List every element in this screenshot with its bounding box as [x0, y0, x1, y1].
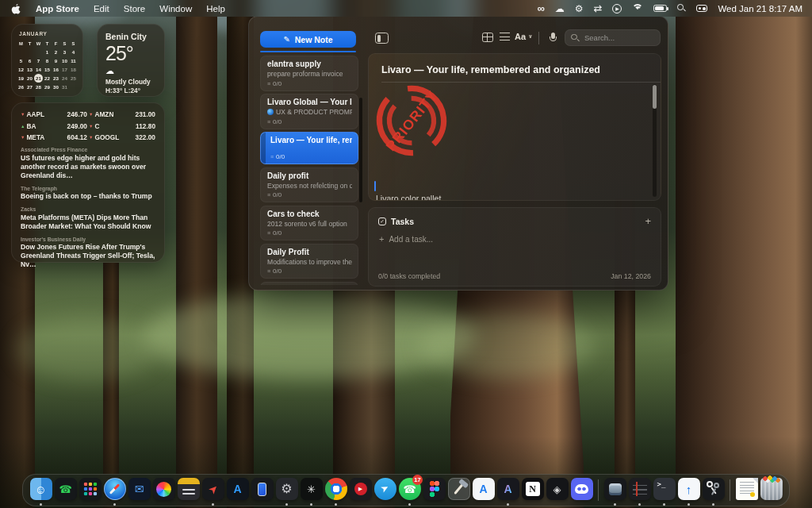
- dock-item-safari[interactable]: [102, 475, 127, 506]
- dock-item-arc[interactable]: A: [496, 475, 520, 506]
- new-note-button[interactable]: ✎ New Note: [260, 31, 356, 48]
- stock-ticker[interactable]: ▼AAPL246.70: [21, 110, 87, 118]
- calendar-date[interactable]: [25, 48, 34, 56]
- calendar-date[interactable]: 16: [52, 65, 60, 74]
- sync-icon[interactable]: ⇄: [594, 3, 603, 14]
- menu-item[interactable]: Store: [117, 4, 153, 13]
- news-item[interactable]: Associated Press FinanceUS futures edge …: [21, 147, 155, 180]
- microphone-icon[interactable]: [549, 33, 557, 44]
- calendar-date[interactable]: 14: [34, 65, 43, 74]
- dock-item-hammer[interactable]: [446, 475, 471, 506]
- stock-ticker[interactable]: ▼AMZN231.00: [89, 110, 155, 118]
- calendar-date[interactable]: 1: [43, 48, 52, 56]
- stock-ticker[interactable]: ▲BA249.00: [21, 122, 87, 130]
- calendar-date[interactable]: 7: [34, 56, 43, 65]
- note-list-item[interactable]: elantra supplyprepare proforma invoice≡0…: [260, 56, 358, 91]
- stocks-news-widget[interactable]: ▼AAPL246.70▼AMZN231.00▲BA249.00▼C112.80▼…: [11, 102, 165, 263]
- calendar-date[interactable]: 31: [60, 83, 69, 91]
- add-task-plus-button[interactable]: +: [645, 215, 651, 227]
- dock-item-launchpad[interactable]: [78, 475, 102, 506]
- note-list-item[interactable]: Livaro — Your life, rem…≡0/0: [260, 132, 358, 164]
- calendar-widget[interactable]: JANUARY MTWTFSS1234567891011121314151617…: [11, 24, 83, 97]
- news-item[interactable]: ZacksMeta Platforms (META) Dips More Tha…: [21, 206, 155, 231]
- gear-icon[interactable]: ⚙: [575, 3, 584, 14]
- note-list-item[interactable]: Cars to check2012 sorento v6 full option…: [260, 206, 358, 241]
- calendar-date[interactable]: 19: [17, 74, 25, 83]
- dock-item-mail[interactable]: ✉: [127, 475, 151, 506]
- calendar-date[interactable]: [34, 48, 43, 56]
- calendar-date[interactable]: 27: [25, 83, 34, 91]
- dock-item-document[interactable]: [734, 475, 759, 506]
- calendar-date[interactable]: 10: [60, 56, 69, 65]
- notes-list-scrollbar[interactable]: [359, 98, 362, 202]
- stock-ticker[interactable]: ▼GOOGL322.00: [89, 133, 155, 141]
- dock-item-notes[interactable]: [176, 475, 201, 506]
- calendar-date[interactable]: 15: [43, 65, 52, 74]
- dock-item-phone[interactable]: ☎: [53, 475, 78, 506]
- add-task-row[interactable]: + Add a task...: [379, 234, 651, 244]
- dock-item-photos[interactable]: [151, 475, 176, 506]
- wifi-icon[interactable]: [632, 4, 643, 13]
- calendar-date[interactable]: 20: [25, 74, 34, 83]
- calendar-date[interactable]: 25: [69, 74, 78, 83]
- dock-item-telegram[interactable]: ➤: [373, 475, 397, 506]
- control-center-icon[interactable]: [696, 5, 707, 12]
- dock-item-rocket[interactable]: ➤: [201, 475, 225, 506]
- battery-icon[interactable]: [653, 5, 667, 12]
- news-item[interactable]: The TelegraphBoeing is back on top – tha…: [21, 186, 155, 202]
- calendar-date[interactable]: 23: [52, 74, 60, 83]
- dock-item-device[interactable]: [250, 475, 274, 506]
- note-list-item[interactable]: Daily ProfitModifications to improve the…: [260, 244, 358, 279]
- dock-item-discord[interactable]: [569, 475, 594, 506]
- search-field[interactable]: [565, 29, 661, 46]
- note-editor[interactable]: Livaro — Your life, remembered and organ…: [368, 53, 661, 201]
- dock-item-uploader[interactable]: ↑: [676, 475, 701, 506]
- dock-item-app-store-dark[interactable]: A: [225, 475, 250, 506]
- dock-item-chatgpt[interactable]: ✳: [299, 475, 324, 506]
- menu-item[interactable]: Help: [199, 4, 232, 13]
- calendar-date[interactable]: 29: [43, 83, 52, 91]
- dock-item-lined-doc[interactable]: [627, 475, 652, 506]
- note-list-item[interactable]: Modification to websiteCMS for easy cont…: [260, 282, 358, 286]
- dock-item-keys[interactable]: [701, 475, 726, 506]
- calendar-date[interactable]: 13: [25, 65, 34, 74]
- calendar-date[interactable]: [69, 83, 78, 91]
- calendar-date[interactable]: 6: [25, 56, 34, 65]
- calendar-today[interactable]: 21: [34, 74, 43, 83]
- priority-stamp-image[interactable]: PRIORITY: [368, 75, 457, 166]
- dock-item-trash[interactable]: [759, 475, 783, 506]
- calendar-date[interactable]: 2: [52, 48, 60, 56]
- calendar-date[interactable]: 12: [17, 65, 25, 74]
- search-input[interactable]: [583, 33, 654, 43]
- calendar-date[interactable]: 4: [69, 48, 78, 56]
- calendar-date[interactable]: [17, 48, 25, 56]
- dock-item-figma[interactable]: [422, 475, 446, 506]
- play-circle-icon[interactable]: ▶: [612, 4, 622, 13]
- bullet-list-icon[interactable]: [500, 33, 510, 41]
- dock-item-notion[interactable]: N: [520, 475, 545, 506]
- calendar-date[interactable]: 17: [60, 65, 69, 74]
- menu-item[interactable]: App Store: [29, 4, 86, 13]
- editor-scrollbar-thumb[interactable]: [653, 85, 657, 109]
- menu-clock[interactable]: Wed Jan 21 8:17 AM: [718, 4, 802, 13]
- menu-item[interactable]: Window: [152, 4, 199, 13]
- dock-item-canister[interactable]: [603, 475, 627, 506]
- calendar-date[interactable]: 11: [69, 56, 78, 65]
- table-insert-icon[interactable]: [482, 33, 493, 42]
- cloud-icon[interactable]: ☁: [555, 3, 565, 14]
- calendar-date[interactable]: 5: [17, 56, 25, 65]
- calendar-date[interactable]: 26: [17, 83, 25, 91]
- dock-item-chrome[interactable]: [324, 475, 348, 506]
- dock-item-settings[interactable]: ⚙: [274, 475, 299, 506]
- sidebar-toggle-icon[interactable]: [375, 33, 389, 44]
- calendar-date[interactable]: 28: [34, 83, 43, 91]
- spotlight-icon[interactable]: [677, 4, 686, 13]
- calendar-date[interactable]: 3: [60, 48, 69, 56]
- dock-item-finder[interactable]: ☺: [29, 475, 53, 506]
- meta-icon[interactable]: ∞: [537, 3, 544, 14]
- menu-item[interactable]: Edit: [86, 4, 117, 13]
- apple-icon[interactable]: [11, 3, 21, 14]
- weather-widget[interactable]: Benin City 25° ☁ Mostly Cloudy H:33° L:2…: [97, 24, 165, 97]
- calendar-date[interactable]: 24: [60, 74, 69, 83]
- calendar-date[interactable]: 18: [69, 65, 78, 74]
